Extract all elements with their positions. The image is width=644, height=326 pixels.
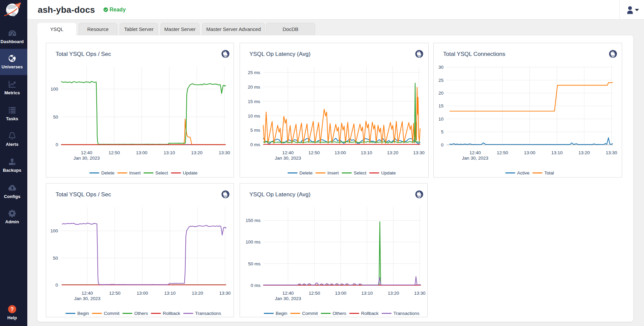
svg-text:?: ? [10, 306, 14, 312]
svg-text:Insert: Insert [129, 170, 141, 175]
svg-text:13:00: 13:00 [136, 150, 148, 155]
svg-text:0 ms: 0 ms [250, 142, 260, 147]
svg-text:Transactions: Transactions [195, 311, 221, 316]
svg-text:12:40: 12:40 [81, 150, 92, 155]
svg-text:Jan 30, 2023: Jan 30, 2023 [462, 156, 488, 161]
svg-text:13:10: 13:10 [163, 150, 175, 155]
svg-text:12:50: 12:50 [308, 150, 320, 155]
svg-text:YSQL Op Latency (Avg): YSQL Op Latency (Avg) [249, 51, 310, 57]
svg-text:Select: Select [354, 170, 366, 175]
svg-text:10 ms: 10 ms [248, 113, 260, 119]
svg-text:5: 5 [441, 129, 443, 134]
svg-text:Update: Update [381, 170, 396, 175]
svg-text:100: 100 [50, 228, 58, 233]
svg-text:Delete: Delete [300, 170, 313, 175]
svg-text:Commit: Commit [104, 311, 120, 316]
svg-text:12:40: 12:40 [469, 150, 481, 155]
svg-text:0: 0 [55, 283, 58, 288]
svg-text:13:30: 13:30 [219, 150, 230, 155]
svg-text:15: 15 [438, 103, 443, 108]
svg-text:13:00: 13:00 [335, 291, 346, 296]
svg-text:13:00: 13:00 [335, 150, 346, 155]
svg-text:Total YSQL Ops / Sec: Total YSQL Ops / Sec [56, 191, 111, 198]
svg-text:30: 30 [438, 65, 443, 70]
svg-text:150 ms: 150 ms [246, 218, 261, 223]
svg-text:13:30: 13:30 [414, 291, 426, 296]
svg-text:12:40: 12:40 [282, 291, 294, 296]
svg-text:50: 50 [53, 256, 58, 261]
svg-text:13:20: 13:20 [388, 291, 399, 296]
svg-text:5 ms: 5 ms [250, 128, 260, 133]
svg-text:25 ms: 25 ms [248, 70, 260, 75]
svg-text:Others: Others [134, 311, 148, 316]
svg-text:12:50: 12:50 [109, 150, 120, 155]
svg-text:13:00: 13:00 [524, 150, 535, 155]
svg-text:Jan 30, 2023: Jan 30, 2023 [275, 296, 301, 301]
svg-text:13:20: 13:20 [579, 150, 590, 155]
svg-text:13:20: 13:20 [192, 291, 203, 296]
svg-text:20: 20 [438, 91, 443, 96]
svg-text:Jan 30, 2023: Jan 30, 2023 [74, 296, 100, 301]
svg-text:13:10: 13:10 [361, 291, 373, 296]
svg-text:Select: Select [155, 170, 168, 175]
svg-text:YSQL Op Latency (Avg): YSQL Op Latency (Avg) [249, 191, 310, 198]
svg-text:13:00: 13:00 [137, 291, 148, 296]
svg-text:Jan 30, 2023: Jan 30, 2023 [73, 156, 100, 161]
svg-text:12:40: 12:40 [282, 150, 294, 155]
svg-text:15 ms: 15 ms [248, 99, 260, 104]
svg-text:Total YSQL Ops / Sec: Total YSQL Ops / Sec [56, 51, 111, 57]
svg-text:Begin: Begin [276, 311, 287, 316]
svg-text:0: 0 [441, 142, 443, 148]
svg-text:Insert: Insert [328, 170, 339, 175]
svg-text:Total YSQL Connections: Total YSQL Connections [443, 51, 505, 57]
svg-text:13:30: 13:30 [606, 150, 617, 155]
svg-text:25: 25 [438, 78, 443, 83]
svg-text:Delete: Delete [101, 170, 114, 175]
svg-text:12:50: 12:50 [309, 291, 320, 296]
svg-text:13:10: 13:10 [551, 150, 563, 155]
svg-text:Transactions: Transactions [394, 311, 420, 316]
svg-text:13:10: 13:10 [361, 150, 372, 155]
svg-text:Begin: Begin [78, 311, 89, 316]
svg-text:12:50: 12:50 [109, 291, 121, 296]
svg-text:Total: Total [544, 170, 554, 175]
svg-text:13:20: 13:20 [191, 150, 203, 155]
svg-text:Rollback: Rollback [163, 311, 180, 316]
svg-text:13:30: 13:30 [219, 291, 231, 296]
svg-text:20 ms: 20 ms [248, 85, 260, 90]
svg-text:100 ms: 100 ms [246, 239, 261, 244]
svg-text:50 ms: 50 ms [248, 261, 260, 266]
svg-text:Rollback: Rollback [361, 311, 379, 316]
svg-text:13:10: 13:10 [164, 291, 176, 296]
svg-text:12:50: 12:50 [497, 150, 508, 155]
svg-text:100: 100 [51, 87, 58, 92]
svg-text:12:40: 12:40 [82, 291, 93, 296]
svg-text:Commit: Commit [302, 311, 318, 316]
svg-text:Active: Active [517, 170, 530, 175]
svg-text:13:30: 13:30 [413, 150, 425, 155]
svg-text:Jan 30, 2023: Jan 30, 2023 [275, 156, 301, 161]
svg-text:0 ms: 0 ms [251, 283, 261, 288]
svg-text:Others: Others [333, 311, 346, 316]
svg-text:50: 50 [53, 115, 58, 120]
svg-text:0: 0 [56, 142, 58, 147]
svg-text:13:20: 13:20 [387, 150, 398, 155]
svg-text:10: 10 [438, 117, 443, 122]
svg-text:Update: Update [183, 170, 198, 175]
